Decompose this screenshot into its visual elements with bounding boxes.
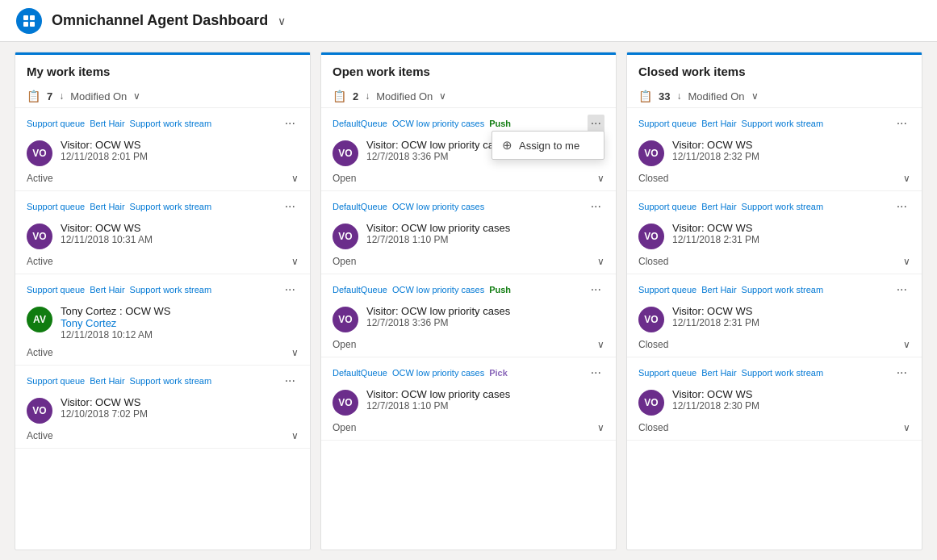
sort-label[interactable]: Modified On	[688, 90, 744, 102]
item-tag[interactable]: DefaultQueue	[333, 368, 387, 378]
item-date: 12/7/2018 1:10 PM	[366, 234, 604, 245]
item-tag[interactable]: OCW low priority cases	[392, 119, 484, 128]
status-chevron-icon[interactable]: ∨	[903, 256, 910, 267]
item-tag[interactable]: OCW low priority cases	[392, 368, 484, 378]
item-more-button[interactable]: ···	[282, 198, 299, 215]
item-more-button[interactable]: ···	[893, 364, 910, 382]
item-name: Visitor: OCW WS	[672, 305, 910, 317]
item-more-button[interactable]: ···	[282, 115, 299, 132]
assign-to-me-button[interactable]: ⊕Assign to me	[492, 132, 604, 159]
item-tag[interactable]: Support work stream	[130, 285, 211, 295]
item-tag[interactable]: Support queue	[27, 285, 85, 295]
item-tags-row: Support queueBert HairSupport work strea…	[15, 274, 310, 302]
item-tag[interactable]: Support work stream	[742, 368, 823, 378]
item-count: 33	[659, 90, 670, 102]
item-tag[interactable]: OCW low priority cases	[392, 202, 484, 211]
item-tag[interactable]: DefaultQueue	[333, 119, 387, 128]
item-tags-row: Support queueBert HairSupport work strea…	[627, 357, 922, 385]
item-name: Visitor: OCW WS	[672, 139, 910, 151]
status-chevron-icon[interactable]: ∨	[291, 347, 299, 358]
item-tag[interactable]: Support queue	[638, 368, 696, 378]
work-item: DefaultQueueOCW low priority casesPush··…	[321, 108, 616, 191]
avatar: VO	[638, 224, 664, 249]
item-tag[interactable]: Support queue	[27, 119, 85, 128]
item-tag[interactable]: Bert Hair	[90, 285, 124, 295]
item-tag[interactable]: Bert Hair	[90, 119, 124, 128]
status-chevron-icon[interactable]: ∨	[597, 173, 604, 184]
work-item: Support queueBert HairSupport work strea…	[627, 191, 922, 274]
item-more-button[interactable]: ···	[893, 281, 910, 299]
item-tag[interactable]: DefaultQueue	[333, 285, 387, 295]
sort-label[interactable]: Modified On	[376, 90, 433, 102]
status-chevron-icon[interactable]: ∨	[597, 422, 604, 433]
column-my-work: My work items 📋 7 ↓ Modified On ∨ Suppor…	[15, 52, 311, 550]
item-tag[interactable]: OCW low priority cases	[392, 285, 484, 295]
status-chevron-icon[interactable]: ∨	[291, 256, 299, 267]
item-tag[interactable]: Support work stream	[130, 376, 211, 386]
status-chevron-icon[interactable]: ∨	[903, 422, 910, 433]
item-more-button[interactable]: ···	[893, 115, 910, 132]
status-chevron-icon[interactable]: ∨	[903, 173, 910, 184]
item-status-row: Open∨	[321, 253, 616, 274]
column-toolbar: 📋 2 ↓ Modified On ∨	[321, 85, 616, 108]
item-tag[interactable]: Support work stream	[130, 202, 211, 211]
avatar: VO	[333, 140, 358, 166]
item-tag[interactable]: Support work stream	[742, 202, 823, 211]
item-more-button[interactable]: ···	[282, 281, 299, 299]
svg-rect-1	[30, 15, 35, 20]
status-chevron-icon[interactable]: ∨	[291, 430, 299, 441]
status-badge: Active	[27, 256, 53, 267]
item-more-button[interactable]: ···	[282, 372, 299, 390]
item-tag[interactable]: Support queue	[27, 202, 85, 211]
item-body: VOVisitor: OCW low priority cases12/7/20…	[321, 385, 616, 419]
sort-direction-icon[interactable]: ↓	[365, 90, 370, 102]
item-more-button[interactable]: ···	[588, 115, 604, 132]
sort-direction-icon[interactable]: ↓	[59, 90, 64, 102]
status-chevron-icon[interactable]: ∨	[291, 173, 299, 184]
sort-chevron-icon[interactable]: ∨	[751, 90, 759, 102]
item-tag[interactable]: Bert Hair	[90, 376, 124, 386]
item-tag[interactable]: Support queue	[27, 376, 85, 386]
item-tag[interactable]: Support work stream	[742, 119, 823, 128]
item-date: 12/11/2018 2:30 PM	[672, 400, 910, 412]
status-badge: Closed	[638, 173, 668, 184]
item-more-button[interactable]: ···	[893, 198, 910, 215]
item-date: 12/11/2018 2:31 PM	[672, 234, 910, 245]
item-info: Visitor: OCW WS12/11/2018 2:31 PM	[672, 305, 910, 328]
work-item: DefaultQueueOCW low priority cases···VOV…	[321, 191, 616, 274]
filter-icon: 📋	[638, 90, 652, 102]
sort-label[interactable]: Modified On	[70, 90, 127, 102]
item-date: 12/11/2018 2:31 PM	[672, 317, 910, 328]
item-tag[interactable]: Bert Hair	[701, 285, 736, 295]
item-tag[interactable]: Support work stream	[130, 119, 211, 128]
item-tag[interactable]: Support queue	[638, 119, 696, 128]
status-badge: Active	[27, 347, 53, 358]
column-toolbar: 📋 33 ↓ Modified On ∨	[627, 85, 922, 108]
item-more-button[interactable]: ···	[588, 364, 604, 382]
status-chevron-icon[interactable]: ∨	[597, 339, 604, 350]
item-type-badge: Push	[489, 285, 511, 295]
status-chevron-icon[interactable]: ∨	[903, 339, 910, 350]
item-tag[interactable]: Support queue	[638, 202, 696, 211]
item-tag[interactable]: Bert Hair	[701, 119, 736, 128]
item-tag[interactable]: Bert Hair	[90, 202, 124, 211]
item-body: VOVisitor: OCW WS12/11/2018 2:30 PM	[627, 385, 922, 419]
sort-direction-icon[interactable]: ↓	[676, 90, 681, 102]
item-tag[interactable]: Support work stream	[742, 285, 823, 295]
title-chevron[interactable]: ∨	[278, 15, 286, 27]
sort-chevron-icon[interactable]: ∨	[133, 90, 140, 102]
app-icon	[16, 8, 42, 34]
item-more-button[interactable]: ···	[588, 198, 604, 215]
sort-chevron-icon[interactable]: ∨	[439, 90, 446, 102]
item-more-button[interactable]: ···	[588, 281, 604, 299]
item-tags-row: Support queueBert HairSupport work strea…	[627, 108, 922, 136]
item-name-link[interactable]: Tony Cortez	[61, 317, 116, 329]
item-tag[interactable]: DefaultQueue	[333, 202, 387, 211]
work-item: DefaultQueueOCW low priority casesPick··…	[321, 357, 616, 441]
item-tags-row: DefaultQueueOCW low priority casesPush··…	[321, 274, 616, 302]
status-chevron-icon[interactable]: ∨	[597, 256, 604, 267]
item-tag[interactable]: Support queue	[638, 285, 696, 295]
item-tag[interactable]: Bert Hair	[701, 368, 736, 378]
avatar: VO	[333, 307, 358, 332]
item-tag[interactable]: Bert Hair	[701, 202, 736, 211]
